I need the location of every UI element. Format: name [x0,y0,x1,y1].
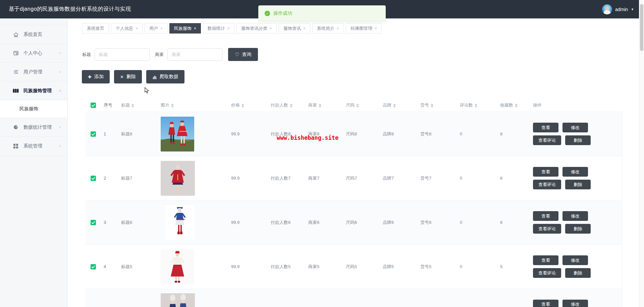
table-header-row: 序号 标题 图片 价格 付款人数 商家 尺码 品牌 货号 评论数 收藏数 操作 [86,99,622,112]
sidebar-item-home[interactable]: 系统首页 [0,25,67,44]
view-button[interactable]: 查看 [533,123,558,132]
sidebar-item-personal[interactable]: 个人中心 ∨ [0,44,67,63]
tab-news-category[interactable]: 服饰资讯分类× [236,23,277,34]
product-image [161,293,195,307]
row-title: 标题6 [118,220,158,226]
sort-icon[interactable] [290,104,292,108]
add-button[interactable]: ✚ 添加 [82,70,110,83]
tab-news[interactable]: 服饰资讯× [279,23,310,34]
tab-label: 服饰资讯分类 [241,25,267,32]
delete-button[interactable]: ✕ 删除 [114,70,142,83]
tab-personal-info[interactable]: 个人信息× [111,23,143,34]
table-row: 查看 修改 查看评论 删除 [86,289,622,307]
tab-home[interactable]: 系统首页 [82,23,109,34]
close-icon[interactable]: × [303,26,306,31]
view-button[interactable]: 查看 [533,211,558,221]
row-comments: 0 [457,220,497,225]
row-comments: 0 [457,176,497,181]
row-delete-button[interactable]: 删除 [565,268,591,278]
edit-button[interactable]: 修改 [562,123,588,132]
tab-label: 服饰资讯 [283,25,301,32]
row-delete-button[interactable]: 删除 [565,135,591,145]
row-favorites: 8 [497,176,530,181]
row-size: 尺码7 [343,175,380,181]
crawl-data-button[interactable]: 爬取数据 [146,70,184,83]
row-checkbox[interactable] [91,220,96,225]
tab-clothing[interactable]: 民族服饰× [169,23,201,34]
row-brand: 品牌7 [380,175,418,181]
scrollbar-thumb[interactable] [640,4,643,51]
sort-icon[interactable] [171,104,174,108]
tab-carousel[interactable]: 轮播图管理× [346,23,382,34]
view-button[interactable]: 查看 [533,255,558,265]
close-icon[interactable]: × [270,26,272,31]
sort-icon[interactable] [319,104,321,108]
table-row: 1 标题8 99.9 [86,112,622,156]
select-all-checkbox[interactable] [91,103,96,108]
sort-icon[interactable] [241,104,244,108]
row-delete-button[interactable]: 删除 [565,180,591,189]
sidebar-item-label: 个人中心 [23,50,42,56]
user-dropdown[interactable]: admin ▼ [602,0,634,18]
close-icon[interactable]: × [337,26,339,31]
sidebar-subitem-clothing[interactable]: 民族服饰 [0,100,67,118]
edit-button[interactable]: 修改 [562,255,588,265]
main-content: 系统首页 个人信息× 用户× 民族服饰× 数据统计× 服饰资讯分类× 服饰资讯×… [68,18,644,307]
row-sku: 货号6 [418,220,457,226]
row-size: 尺码8 [343,131,380,137]
view-comments-button[interactable]: 查看评论 [533,224,561,234]
success-check-icon: ✓ [265,11,270,16]
close-icon[interactable]: × [194,26,196,31]
edit-button[interactable]: 修改 [562,300,588,307]
table-row: 3 标题6 99.9 [86,200,622,244]
col-image: 图片 [158,102,228,108]
sort-icon[interactable] [515,104,518,108]
profile-card-icon [13,50,19,56]
row-sku: 货号7 [418,175,457,181]
sort-icon[interactable] [131,104,134,108]
view-comments-button[interactable]: 查看评论 [533,268,561,278]
sidebar-item-clothing-management[interactable]: 民族服饰管理 ∧ [0,81,67,100]
tab-statistics[interactable]: 数据统计× [203,23,234,34]
view-comments-button[interactable]: 查看评论 [533,180,561,189]
sidebar-item-users[interactable]: 用户管理 ∨ [0,63,67,81]
row-checkbox[interactable] [91,176,96,181]
row-image-cell [158,161,228,196]
row-index: 2 [101,176,118,181]
row-merchant: 商家7 [306,175,343,181]
title-search-input[interactable] [95,48,150,61]
row-merchant: 商家6 [306,220,343,226]
tab-label: 轮播图管理 [351,25,372,32]
row-checkbox[interactable] [91,131,96,137]
tab-about[interactable]: 系统简介× [312,23,344,34]
sort-icon[interactable] [431,104,433,108]
close-icon[interactable]: × [160,26,163,31]
close-icon[interactable]: × [375,26,377,31]
sidebar-item-system[interactable]: 系统管理 ∨ [0,137,67,156]
close-icon[interactable]: × [227,26,230,31]
edit-button[interactable]: 修改 [562,167,588,177]
close-icon[interactable]: × [136,26,138,31]
edit-button[interactable]: 修改 [562,211,588,221]
chevron-up-icon: ∧ [59,89,61,92]
view-button[interactable]: 查看 [533,300,558,307]
sidebar-item-statistics[interactable]: 数据统计管理 ∨ [0,118,67,137]
col-comments: 评论数 [457,102,497,108]
sort-icon[interactable] [475,104,477,108]
row-checkbox[interactable] [91,264,96,269]
col-title: 标题 [118,102,158,108]
view-button[interactable]: 查看 [533,167,558,177]
view-comments-button[interactable]: 查看评论 [533,135,561,145]
sort-icon[interactable] [356,104,359,108]
col-price: 价格 [228,102,268,108]
col-payers: 付款人数 [268,102,306,108]
merchant-search-input[interactable] [167,48,222,61]
row-delete-button[interactable]: 删除 [565,224,591,234]
tab-users[interactable]: 用户× [145,23,167,34]
avatar[interactable] [602,4,612,14]
list-icon [13,69,19,75]
col-size: 尺码 [343,102,380,108]
query-button[interactable]: ♡ 查询 [228,48,258,61]
page-scrollbar[interactable] [639,0,644,307]
sort-icon[interactable] [393,104,396,108]
